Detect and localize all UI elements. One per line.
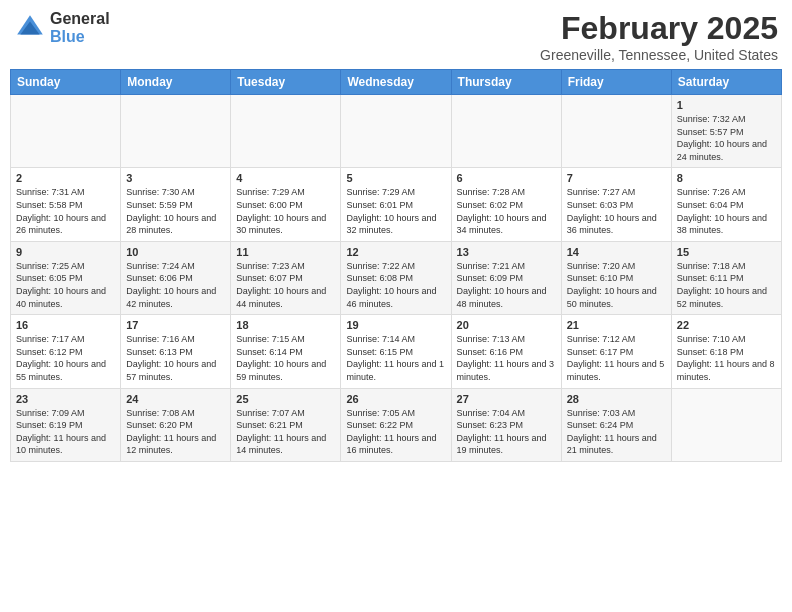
calendar-header-row: SundayMondayTuesdayWednesdayThursdayFrid… bbox=[11, 70, 782, 95]
calendar-day-cell: 1Sunrise: 7:32 AM Sunset: 5:57 PM Daylig… bbox=[671, 95, 781, 168]
day-info: Sunrise: 7:12 AM Sunset: 6:17 PM Dayligh… bbox=[567, 333, 666, 383]
day-info: Sunrise: 7:27 AM Sunset: 6:03 PM Dayligh… bbox=[567, 186, 666, 236]
day-number: 8 bbox=[677, 172, 776, 184]
day-number: 6 bbox=[457, 172, 556, 184]
calendar-day-cell: 10Sunrise: 7:24 AM Sunset: 6:06 PM Dayli… bbox=[121, 241, 231, 314]
day-info: Sunrise: 7:30 AM Sunset: 5:59 PM Dayligh… bbox=[126, 186, 225, 236]
day-info: Sunrise: 7:29 AM Sunset: 6:00 PM Dayligh… bbox=[236, 186, 335, 236]
calendar-header-wednesday: Wednesday bbox=[341, 70, 451, 95]
day-number: 25 bbox=[236, 393, 335, 405]
calendar-day-cell bbox=[231, 95, 341, 168]
calendar-day-cell: 4Sunrise: 7:29 AM Sunset: 6:00 PM Daylig… bbox=[231, 168, 341, 241]
calendar-week-row: 16Sunrise: 7:17 AM Sunset: 6:12 PM Dayli… bbox=[11, 315, 782, 388]
calendar-day-cell: 24Sunrise: 7:08 AM Sunset: 6:20 PM Dayli… bbox=[121, 388, 231, 461]
day-number: 20 bbox=[457, 319, 556, 331]
day-info: Sunrise: 7:04 AM Sunset: 6:23 PM Dayligh… bbox=[457, 407, 556, 457]
day-number: 26 bbox=[346, 393, 445, 405]
day-number: 4 bbox=[236, 172, 335, 184]
day-number: 3 bbox=[126, 172, 225, 184]
day-info: Sunrise: 7:24 AM Sunset: 6:06 PM Dayligh… bbox=[126, 260, 225, 310]
day-info: Sunrise: 7:25 AM Sunset: 6:05 PM Dayligh… bbox=[16, 260, 115, 310]
day-info: Sunrise: 7:18 AM Sunset: 6:11 PM Dayligh… bbox=[677, 260, 776, 310]
calendar-header-friday: Friday bbox=[561, 70, 671, 95]
day-info: Sunrise: 7:13 AM Sunset: 6:16 PM Dayligh… bbox=[457, 333, 556, 383]
location: Greeneville, Tennessee, United States bbox=[540, 47, 778, 63]
calendar-day-cell: 8Sunrise: 7:26 AM Sunset: 6:04 PM Daylig… bbox=[671, 168, 781, 241]
day-info: Sunrise: 7:09 AM Sunset: 6:19 PM Dayligh… bbox=[16, 407, 115, 457]
calendar-day-cell: 7Sunrise: 7:27 AM Sunset: 6:03 PM Daylig… bbox=[561, 168, 671, 241]
day-number: 17 bbox=[126, 319, 225, 331]
logo-text: General Blue bbox=[50, 10, 110, 45]
day-number: 1 bbox=[677, 99, 776, 111]
day-info: Sunrise: 7:28 AM Sunset: 6:02 PM Dayligh… bbox=[457, 186, 556, 236]
page-header: General Blue February 2025 Greeneville, … bbox=[10, 10, 782, 63]
calendar-day-cell: 26Sunrise: 7:05 AM Sunset: 6:22 PM Dayli… bbox=[341, 388, 451, 461]
calendar-day-cell: 5Sunrise: 7:29 AM Sunset: 6:01 PM Daylig… bbox=[341, 168, 451, 241]
day-number: 9 bbox=[16, 246, 115, 258]
calendar-day-cell bbox=[671, 388, 781, 461]
day-number: 2 bbox=[16, 172, 115, 184]
day-info: Sunrise: 7:15 AM Sunset: 6:14 PM Dayligh… bbox=[236, 333, 335, 383]
month-title: February 2025 bbox=[540, 10, 778, 47]
logo-blue-text: Blue bbox=[50, 28, 110, 46]
calendar-week-row: 23Sunrise: 7:09 AM Sunset: 6:19 PM Dayli… bbox=[11, 388, 782, 461]
logo: General Blue bbox=[14, 10, 110, 45]
calendar-day-cell: 17Sunrise: 7:16 AM Sunset: 6:13 PM Dayli… bbox=[121, 315, 231, 388]
day-number: 21 bbox=[567, 319, 666, 331]
calendar-day-cell: 18Sunrise: 7:15 AM Sunset: 6:14 PM Dayli… bbox=[231, 315, 341, 388]
calendar-table: SundayMondayTuesdayWednesdayThursdayFrid… bbox=[10, 69, 782, 462]
day-number: 24 bbox=[126, 393, 225, 405]
calendar-day-cell: 14Sunrise: 7:20 AM Sunset: 6:10 PM Dayli… bbox=[561, 241, 671, 314]
logo-icon bbox=[14, 12, 46, 44]
day-number: 12 bbox=[346, 246, 445, 258]
calendar-header-sunday: Sunday bbox=[11, 70, 121, 95]
day-number: 16 bbox=[16, 319, 115, 331]
calendar-day-cell: 13Sunrise: 7:21 AM Sunset: 6:09 PM Dayli… bbox=[451, 241, 561, 314]
calendar-week-row: 1Sunrise: 7:32 AM Sunset: 5:57 PM Daylig… bbox=[11, 95, 782, 168]
calendar-day-cell bbox=[121, 95, 231, 168]
calendar-day-cell: 19Sunrise: 7:14 AM Sunset: 6:15 PM Dayli… bbox=[341, 315, 451, 388]
day-info: Sunrise: 7:22 AM Sunset: 6:08 PM Dayligh… bbox=[346, 260, 445, 310]
calendar-day-cell bbox=[341, 95, 451, 168]
day-info: Sunrise: 7:17 AM Sunset: 6:12 PM Dayligh… bbox=[16, 333, 115, 383]
day-info: Sunrise: 7:08 AM Sunset: 6:20 PM Dayligh… bbox=[126, 407, 225, 457]
day-info: Sunrise: 7:20 AM Sunset: 6:10 PM Dayligh… bbox=[567, 260, 666, 310]
calendar-day-cell: 28Sunrise: 7:03 AM Sunset: 6:24 PM Dayli… bbox=[561, 388, 671, 461]
day-info: Sunrise: 7:32 AM Sunset: 5:57 PM Dayligh… bbox=[677, 113, 776, 163]
day-info: Sunrise: 7:26 AM Sunset: 6:04 PM Dayligh… bbox=[677, 186, 776, 236]
calendar-day-cell: 20Sunrise: 7:13 AM Sunset: 6:16 PM Dayli… bbox=[451, 315, 561, 388]
calendar-day-cell: 16Sunrise: 7:17 AM Sunset: 6:12 PM Dayli… bbox=[11, 315, 121, 388]
day-number: 5 bbox=[346, 172, 445, 184]
day-number: 14 bbox=[567, 246, 666, 258]
calendar-day-cell: 6Sunrise: 7:28 AM Sunset: 6:02 PM Daylig… bbox=[451, 168, 561, 241]
day-info: Sunrise: 7:31 AM Sunset: 5:58 PM Dayligh… bbox=[16, 186, 115, 236]
day-number: 23 bbox=[16, 393, 115, 405]
day-number: 18 bbox=[236, 319, 335, 331]
day-info: Sunrise: 7:23 AM Sunset: 6:07 PM Dayligh… bbox=[236, 260, 335, 310]
day-number: 7 bbox=[567, 172, 666, 184]
day-info: Sunrise: 7:05 AM Sunset: 6:22 PM Dayligh… bbox=[346, 407, 445, 457]
day-number: 22 bbox=[677, 319, 776, 331]
calendar-day-cell: 15Sunrise: 7:18 AM Sunset: 6:11 PM Dayli… bbox=[671, 241, 781, 314]
calendar-week-row: 2Sunrise: 7:31 AM Sunset: 5:58 PM Daylig… bbox=[11, 168, 782, 241]
day-number: 15 bbox=[677, 246, 776, 258]
calendar-day-cell: 12Sunrise: 7:22 AM Sunset: 6:08 PM Dayli… bbox=[341, 241, 451, 314]
calendar-day-cell bbox=[11, 95, 121, 168]
day-number: 11 bbox=[236, 246, 335, 258]
day-info: Sunrise: 7:03 AM Sunset: 6:24 PM Dayligh… bbox=[567, 407, 666, 457]
calendar-day-cell: 27Sunrise: 7:04 AM Sunset: 6:23 PM Dayli… bbox=[451, 388, 561, 461]
calendar-day-cell: 3Sunrise: 7:30 AM Sunset: 5:59 PM Daylig… bbox=[121, 168, 231, 241]
calendar-day-cell: 25Sunrise: 7:07 AM Sunset: 6:21 PM Dayli… bbox=[231, 388, 341, 461]
calendar-day-cell bbox=[561, 95, 671, 168]
calendar-header-tuesday: Tuesday bbox=[231, 70, 341, 95]
calendar-header-monday: Monday bbox=[121, 70, 231, 95]
day-number: 19 bbox=[346, 319, 445, 331]
calendar-day-cell: 21Sunrise: 7:12 AM Sunset: 6:17 PM Dayli… bbox=[561, 315, 671, 388]
calendar-week-row: 9Sunrise: 7:25 AM Sunset: 6:05 PM Daylig… bbox=[11, 241, 782, 314]
day-info: Sunrise: 7:10 AM Sunset: 6:18 PM Dayligh… bbox=[677, 333, 776, 383]
calendar-header-thursday: Thursday bbox=[451, 70, 561, 95]
calendar-day-cell: 23Sunrise: 7:09 AM Sunset: 6:19 PM Dayli… bbox=[11, 388, 121, 461]
day-number: 28 bbox=[567, 393, 666, 405]
calendar-day-cell: 22Sunrise: 7:10 AM Sunset: 6:18 PM Dayli… bbox=[671, 315, 781, 388]
calendar-header-saturday: Saturday bbox=[671, 70, 781, 95]
